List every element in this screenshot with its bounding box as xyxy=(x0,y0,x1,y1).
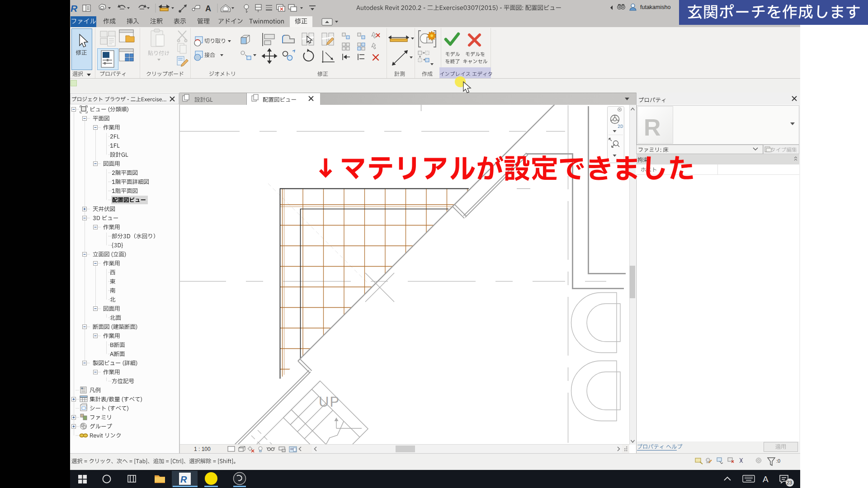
svg-text:23: 23 xyxy=(787,480,792,485)
svg-text:R: R xyxy=(180,474,187,484)
svg-text:A: A xyxy=(763,474,769,484)
svg-text:R: R xyxy=(71,3,78,14)
svg-text:R: R xyxy=(644,114,661,141)
svg-text:A: A xyxy=(205,4,211,13)
